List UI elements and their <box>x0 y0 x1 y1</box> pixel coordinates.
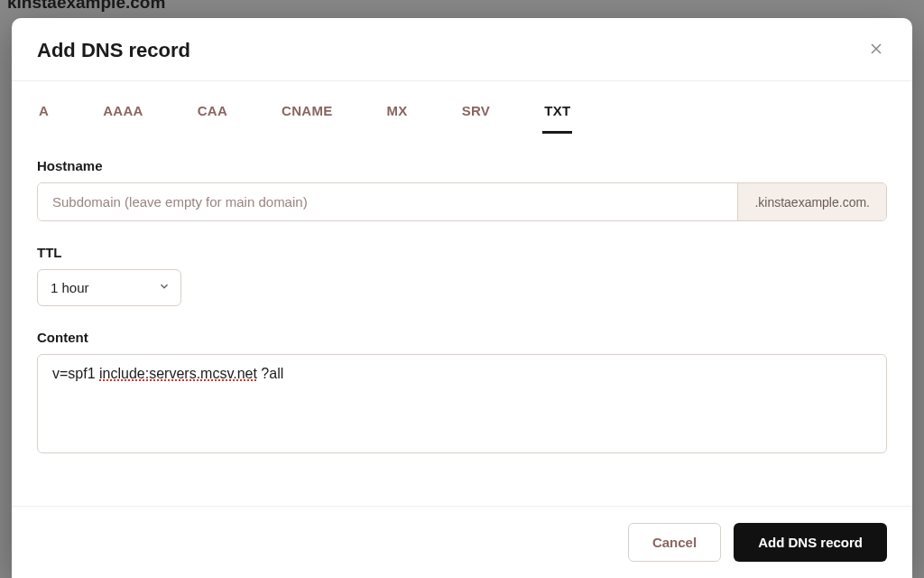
add-dns-record-button[interactable]: Add DNS record <box>734 523 887 562</box>
content-textarea[interactable]: v=spf1 include:servers.mcsv.net ?all <box>37 354 887 453</box>
ttl-group: TTL 1 hour <box>37 245 887 306</box>
hostname-label: Hostname <box>37 158 887 173</box>
modal-header: Add DNS record <box>12 18 912 81</box>
form-body: Hostname .kinstaexample.com. TTL 1 hour <box>12 135 912 506</box>
tab-caa[interactable]: CAA <box>196 99 229 134</box>
add-dns-record-modal: Add DNS record A AAAA CAA CNAME MX SRV T… <box>12 18 912 578</box>
tab-aaaa[interactable]: AAAA <box>101 99 145 134</box>
modal-title: Add DNS record <box>37 39 190 62</box>
content-text-segment: include:servers.mcsv.net <box>99 366 257 381</box>
content-text-segment: ?all <box>257 366 283 381</box>
tab-cname[interactable]: CNAME <box>280 99 335 134</box>
record-type-tabs: A AAAA CAA CNAME MX SRV TXT <box>12 81 912 135</box>
cancel-button[interactable]: Cancel <box>628 523 721 562</box>
ttl-select-wrap: 1 hour <box>37 269 181 306</box>
hostname-row: .kinstaexample.com. <box>37 182 887 221</box>
background-domain-heading: kinstaexample.com <box>7 0 165 13</box>
modal-footer: Cancel Add DNS record <box>12 506 912 578</box>
close-button[interactable] <box>865 38 887 62</box>
tab-a[interactable]: A <box>37 99 51 134</box>
tab-srv[interactable]: SRV <box>460 99 492 134</box>
content-text-segment: v=spf1 <box>52 366 99 381</box>
tab-txt[interactable]: TXT <box>542 99 572 134</box>
hostname-input[interactable] <box>38 183 737 220</box>
close-icon <box>869 42 883 59</box>
content-group: Content v=spf1 include:servers.mcsv.net … <box>37 330 887 453</box>
ttl-label: TTL <box>37 245 887 260</box>
hostname-group: Hostname .kinstaexample.com. <box>37 158 887 221</box>
content-label: Content <box>37 330 887 345</box>
hostname-suffix: .kinstaexample.com. <box>737 183 886 220</box>
tab-mx[interactable]: MX <box>385 99 410 134</box>
ttl-select[interactable]: 1 hour <box>37 269 181 306</box>
